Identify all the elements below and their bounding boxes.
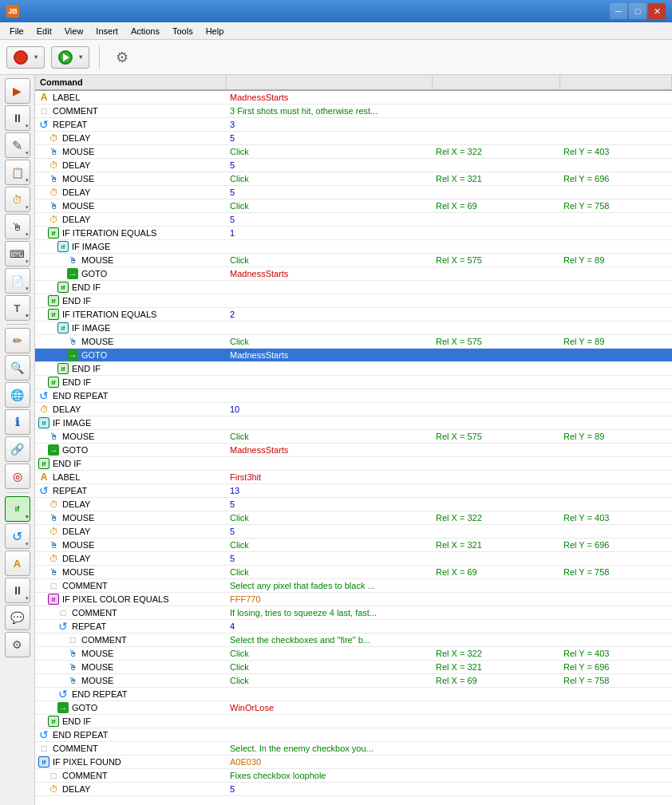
cell-p3 xyxy=(560,625,672,627)
sidebar-btn-pause2[interactable]: ⏸ xyxy=(5,578,30,603)
table-row[interactable]: → GOTO MadnessStarts xyxy=(35,444,672,457)
table-row[interactable]: ⏱ DELAY 5 xyxy=(35,132,672,145)
cell-command: ⏱ DELAY xyxy=(35,552,227,565)
table-row[interactable]: □ COMMENT Select the checkboxes and "fir… xyxy=(35,633,672,647)
sidebar-btn-edit[interactable]: ✎ xyxy=(5,132,30,158)
table-row[interactable]: if IF ITERATION EQUALS 1 xyxy=(35,227,672,240)
table-row[interactable]: ⏱ DELAY 5 xyxy=(35,525,672,539)
table-row[interactable]: → GOTO MadnessStarts xyxy=(35,349,672,362)
menu-tools[interactable]: Tools xyxy=(166,25,200,37)
sidebar-btn-text[interactable]: T xyxy=(5,295,30,321)
table-row[interactable]: → GOTO MadnessStarts xyxy=(35,267,672,281)
table-row[interactable]: 🖱 MOUSE Click Rel X = 69 Rel Y = 758 xyxy=(35,199,672,213)
table-row[interactable]: ↺ REPEAT 3 xyxy=(35,118,672,132)
cell-p1 xyxy=(227,300,433,302)
sidebar-btn-find[interactable]: 🔍 xyxy=(5,355,30,381)
menu-file[interactable]: File xyxy=(3,25,30,37)
sidebar-btn-label[interactable]: A xyxy=(5,550,30,576)
table-row[interactable]: 🖱 MOUSE Click Rel X = 575 Rel Y = 89 xyxy=(35,335,672,349)
sidebar-btn-comment[interactable]: 💬 xyxy=(5,605,30,630)
table-row[interactable]: ↺ REPEAT 4 xyxy=(35,620,672,633)
table-row[interactable]: 🖱 MOUSE Click Rel X = 575 Rel Y = 89 xyxy=(35,254,672,267)
comment-icon: □ xyxy=(38,105,49,116)
cell-command: if IF PIXEL FOUND xyxy=(35,756,227,768)
table-row[interactable]: ⏱ DELAY 5 xyxy=(35,186,672,199)
table-row[interactable]: 🖱 MOUSE Click Rel X = 321 Rel Y = 696 xyxy=(35,661,672,674)
table-row[interactable]: ⏱ DELAY 5 xyxy=(35,213,672,227)
cell-p1: Select any pixel that fades to black ... xyxy=(227,580,433,591)
cell-command: ⏱ DELAY xyxy=(35,186,227,199)
table-row[interactable]: □ COMMENT Fixes checkbox loophole xyxy=(35,769,672,783)
table-row[interactable]: if END IF xyxy=(35,376,672,389)
sidebar-btn-draw[interactable]: ✏ xyxy=(5,328,30,353)
table-row[interactable]: 🖱 MOUSE Click Rel X = 322 Rel Y = 403 xyxy=(35,511,672,525)
minimize-button[interactable]: ─ xyxy=(610,3,627,19)
table-row[interactable]: if IF ITERATION EQUALS 2 xyxy=(35,308,672,322)
sidebar-btn-timer[interactable]: ⏱ xyxy=(5,187,30,212)
table-row[interactable]: ⏱ DELAY 5 xyxy=(35,783,672,796)
sidebar-btn-run[interactable]: ◎ xyxy=(5,464,30,489)
sidebar-btn-keyboard[interactable]: ⌨ xyxy=(5,241,30,266)
sidebar-btn-info[interactable]: ℹ xyxy=(5,409,30,435)
table-row[interactable]: ⏱ DELAY 5 xyxy=(35,552,672,566)
menu-insert[interactable]: Insert xyxy=(89,25,125,37)
table-row[interactable]: if IF PIXEL COLOR EQUALS FFF770 xyxy=(35,593,672,606)
cell-p2 xyxy=(433,124,560,125)
cell-p2: Rel X = 322 xyxy=(433,512,560,523)
sidebar-btn-link[interactable]: 🔗 xyxy=(5,436,30,462)
menu-actions[interactable]: Actions xyxy=(125,25,166,37)
table-row[interactable]: ⏱ DELAY 5 xyxy=(35,159,672,172)
close-button[interactable]: ✕ xyxy=(648,3,666,19)
table-row[interactable]: A LABEL First3hit xyxy=(35,471,672,484)
cell-p2 xyxy=(433,558,560,559)
table-row[interactable]: ⏱ DELAY 10 xyxy=(35,403,672,416)
sidebar-btn-repeat[interactable]: ↺ xyxy=(5,523,30,549)
menu-edit[interactable]: Edit xyxy=(30,25,58,37)
record-button[interactable]: ▾ xyxy=(6,46,45,69)
table-row[interactable]: if IF PIXEL FOUND A0E030 xyxy=(35,756,672,769)
table-row[interactable]: □ COMMENT Select. In the enemy checkbox … xyxy=(35,742,672,756)
table-row[interactable]: if IF IMAGE xyxy=(35,416,672,430)
table-row[interactable]: ⏱ DELAY 5 xyxy=(35,498,672,511)
table-row[interactable]: 🖱 MOUSE Click Rel X = 322 Rel Y = 403 xyxy=(35,647,672,661)
table-row[interactable]: 🖱 MOUSE Click Rel X = 322 Rel Y = 403 xyxy=(35,145,672,159)
play-button[interactable]: ▾ xyxy=(51,46,89,69)
sidebar-btn-condition[interactable]: if xyxy=(5,496,30,522)
macro-table[interactable]: Command A LABEL MadnessStarts □ COMMENT … xyxy=(35,75,672,805)
table-row[interactable]: 🖱 MOUSE Click Rel X = 69 Rel Y = 758 xyxy=(35,566,672,579)
table-row[interactable]: ↺ REPEAT 13 xyxy=(35,484,672,498)
menu-help[interactable]: Help xyxy=(200,25,231,37)
sidebar-btn-pause[interactable]: ⏸ xyxy=(5,105,30,131)
cell-command: ⏱ DELAY xyxy=(35,213,227,226)
table-row[interactable]: □ COMMENT If losing, tries to squeeze 4 … xyxy=(35,606,672,620)
table-row[interactable]: 🖱 MOUSE Click Rel X = 69 Rel Y = 758 xyxy=(35,674,672,688)
maximize-button[interactable]: □ xyxy=(629,3,646,19)
table-row[interactable]: if IF IMAGE xyxy=(35,322,672,335)
table-row[interactable]: if END IF xyxy=(35,281,672,294)
table-row[interactable]: if END IF xyxy=(35,457,672,471)
sidebar-btn-web[interactable]: 🌐 xyxy=(5,382,30,408)
table-row[interactable]: A LABEL MadnessStarts xyxy=(35,91,672,105)
table-row[interactable]: if END IF xyxy=(35,715,672,728)
cell-command: ↺ END REPEAT xyxy=(35,389,227,402)
table-row[interactable]: □ COMMENT 3 First shots must hit, otherw… xyxy=(35,105,672,118)
table-row[interactable]: if END IF xyxy=(35,362,672,376)
table-row[interactable]: 🖱 MOUSE Click Rel X = 575 Rel Y = 89 xyxy=(35,430,672,444)
table-row[interactable]: ↺ END REPEAT xyxy=(35,688,672,701)
sidebar-btn-clipboard[interactable]: 📋 xyxy=(5,160,30,185)
table-row[interactable]: ↺ END REPEAT xyxy=(35,389,672,403)
sidebar-btn-mouse[interactable]: 🖱 xyxy=(5,214,30,239)
table-row[interactable]: if IF IMAGE xyxy=(35,240,672,254)
sidebar-btn-play[interactable]: ▶ xyxy=(5,78,30,104)
sidebar-btn-settings[interactable]: ⚙ xyxy=(5,632,30,657)
table-row[interactable]: ↺ END REPEAT xyxy=(35,728,672,742)
cell-p2 xyxy=(433,463,560,464)
sidebar-btn-file[interactable]: 📄 xyxy=(5,268,30,294)
menu-view[interactable]: View xyxy=(58,25,90,37)
table-row[interactable]: 🖱 MOUSE Click Rel X = 321 Rel Y = 696 xyxy=(35,539,672,552)
table-row[interactable]: if END IF xyxy=(35,294,672,308)
table-row[interactable]: → GOTO WinOrLose xyxy=(35,701,672,715)
settings-button[interactable]: ⚙ xyxy=(109,45,143,69)
table-row[interactable]: 🖱 MOUSE Click Rel X = 321 Rel Y = 696 xyxy=(35,172,672,186)
table-row[interactable]: □ COMMENT Select any pixel that fades to… xyxy=(35,579,672,593)
